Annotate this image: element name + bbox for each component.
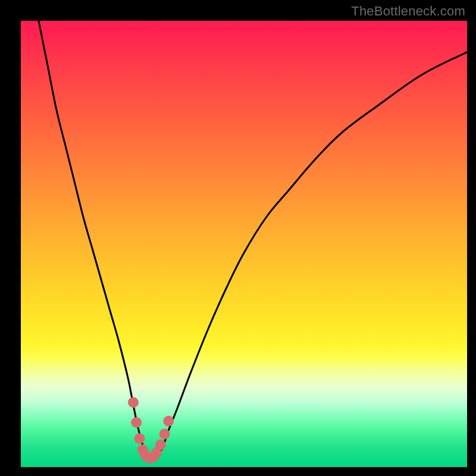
bottleneck-curve (39, 21, 467, 459)
bottleneck-curve-svg (21, 21, 467, 467)
minimum-region-markers (128, 397, 174, 464)
minimum-marker (128, 397, 139, 408)
minimum-marker (159, 429, 170, 440)
minimum-marker (134, 433, 145, 444)
minimum-marker (155, 440, 166, 450)
watermark-text: TheBottleneck.com (351, 4, 465, 19)
plot-area (21, 21, 467, 467)
minimum-marker (163, 416, 174, 427)
minimum-marker (131, 417, 142, 428)
chart-frame: TheBottleneck.com (0, 0, 476, 476)
